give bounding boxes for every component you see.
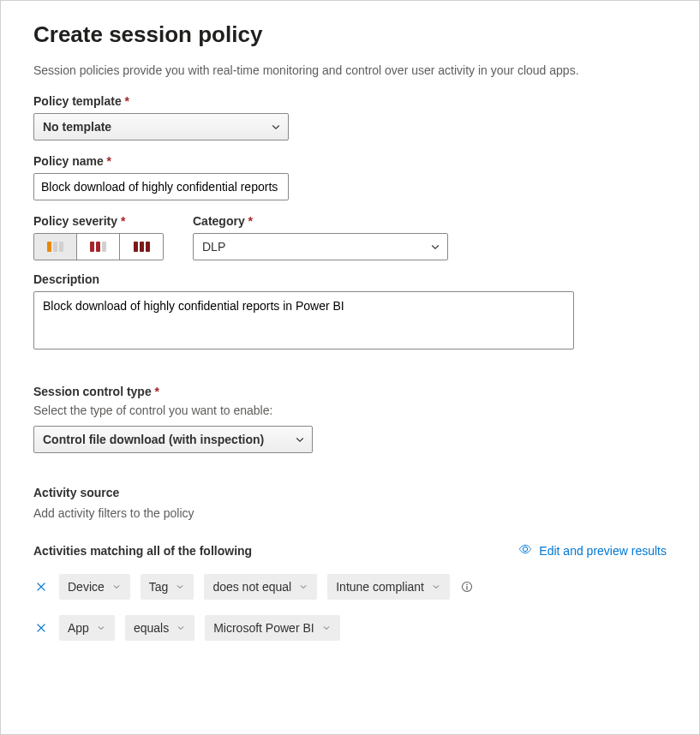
filter-pill-label: Device [68,580,105,594]
filter-pill-label: Intune compliant [336,580,424,594]
policy-severity-group [33,233,164,260]
chevron-down-icon [295,434,305,445]
description-label: Description [33,272,667,286]
severity-medium-button[interactable] [77,234,120,260]
chevron-down-icon [176,623,186,633]
policy-template-select[interactable]: No template [33,113,289,140]
chevron-down-icon [431,582,441,592]
edit-preview-link[interactable]: Edit and preview results [518,542,667,559]
page-subtitle: Session policies provide you with real-t… [33,63,667,77]
policy-name-label: Policy name [33,154,667,168]
page-title: Create session policy [33,21,667,48]
filter-pill[interactable]: equals [125,615,194,641]
activity-source-label: Activity source [33,486,667,499]
edit-preview-label: Edit and preview results [539,544,667,558]
create-session-policy-page: Create session policy Session policies p… [0,0,700,735]
filter-pill[interactable]: Microsoft Power BI [205,615,339,641]
filter-pill[interactable]: Tag [141,574,194,600]
session-control-select[interactable]: Control file download (with inspection) [33,426,313,453]
severity-low-button[interactable] [34,234,77,260]
filter-row: AppequalsMicrosoft Power BI [33,615,667,641]
filter-pill[interactable]: Intune compliant [327,574,450,600]
category-select[interactable]: DLP [193,233,448,260]
remove-filter-button[interactable] [33,579,49,595]
policy-template-value: No template [43,120,111,134]
svg-rect-2 [466,586,467,589]
chevron-down-icon [96,623,106,633]
eye-icon [518,542,532,559]
session-control-value: Control file download (with inspection) [43,433,264,446]
category-value: DLP [202,240,225,254]
filter-pill-label: Tag [149,580,169,594]
chevron-down-icon [111,582,122,592]
policy-severity-label: Policy severity [33,214,164,228]
filter-pill[interactable]: does not equal [204,574,317,600]
info-icon[interactable] [460,580,474,594]
session-control-label: Session control type [33,385,667,398]
remove-filter-button[interactable] [33,620,49,636]
filter-pill-label: App [68,621,89,635]
policy-name-input[interactable] [33,173,289,200]
chevron-down-icon [430,242,440,252]
filter-pill-label: equals [134,621,169,635]
chevron-down-icon [271,122,281,132]
severity-high-button[interactable] [120,234,163,260]
category-label: Category [193,214,448,228]
filter-pill[interactable]: App [59,615,115,641]
description-input[interactable] [33,291,574,350]
filter-pill-label: Microsoft Power BI [213,621,314,635]
filter-pill[interactable]: Device [59,574,130,600]
svg-point-1 [466,584,468,586]
session-control-helper: Select the type of control you want to e… [33,403,667,417]
chevron-down-icon [321,623,332,633]
chevron-down-icon [298,582,308,592]
activities-heading: Activities matching all of the following [33,544,252,558]
filter-pill-label: does not equal [212,580,291,594]
activity-source-helper: Add activity filters to the policy [33,506,667,520]
filter-row: DeviceTagdoes not equalIntune compliant [33,574,667,600]
policy-template-label: Policy template [33,94,667,108]
chevron-down-icon [175,582,185,592]
